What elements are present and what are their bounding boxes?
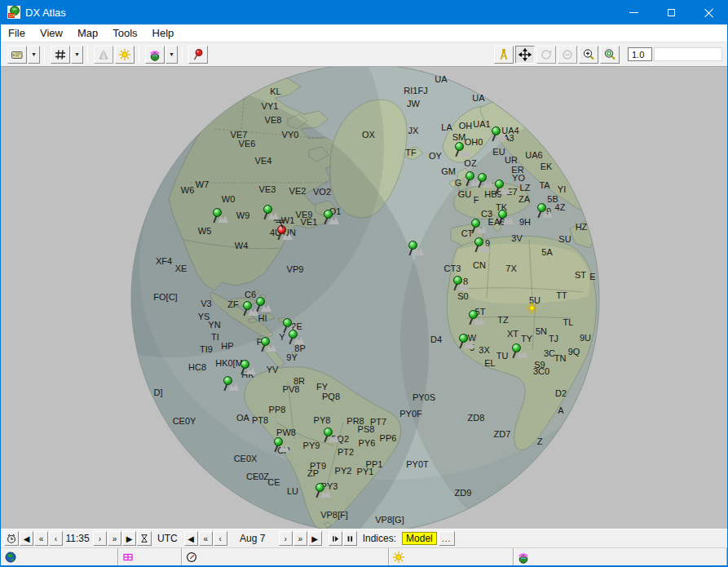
green-station-marker[interactable] xyxy=(288,330,307,348)
prefix-label: KL xyxy=(270,87,280,96)
earth-icon xyxy=(4,551,17,564)
prefix-label: 3C0 xyxy=(533,367,549,376)
menu-item-map[interactable]: Map xyxy=(70,24,105,42)
prefix-label: ZF xyxy=(227,300,238,309)
green-station-marker[interactable] xyxy=(494,179,514,197)
prefix-label: 9Q xyxy=(568,348,580,357)
menu-item-file[interactable]: File xyxy=(1,24,33,42)
pan-button[interactable] xyxy=(515,46,535,64)
prefix-label: 7X xyxy=(505,264,516,273)
green-station-marker[interactable] xyxy=(470,219,490,237)
green-station-marker[interactable] xyxy=(255,297,275,315)
nav-button[interactable]: ‹ xyxy=(49,531,63,546)
prefix-label: TT xyxy=(556,291,567,300)
green-station-marker[interactable] xyxy=(474,237,493,255)
menu-item-help[interactable]: Help xyxy=(145,24,182,42)
menu-bar: FileViewMapToolsHelp xyxy=(1,24,727,42)
window-title: DX Atlas xyxy=(25,7,66,19)
nav-button[interactable]: » xyxy=(293,531,307,546)
measure-button[interactable] xyxy=(494,46,514,64)
propagation-icon xyxy=(148,48,161,61)
green-station-marker[interactable] xyxy=(408,241,427,259)
prefix-label: VY1 xyxy=(262,102,279,111)
date-display: Aug 7 xyxy=(227,533,278,544)
status-panel-earth xyxy=(1,548,118,565)
pin-button[interactable] xyxy=(188,46,208,64)
menu-item-view[interactable]: View xyxy=(33,24,70,42)
green-station-marker[interactable] xyxy=(323,427,342,445)
prefix-label: TI xyxy=(211,333,219,342)
sun-position-marker xyxy=(526,302,538,317)
nav-button[interactable]: » xyxy=(108,531,121,546)
prefix-label: 3V xyxy=(511,234,522,243)
prefix-label: HC8 xyxy=(188,363,206,372)
zoom-in-icon xyxy=(582,48,595,61)
menu-item-tools[interactable]: Tools xyxy=(105,24,144,42)
prefix-label: 9H xyxy=(519,218,531,227)
prefix-labels-button-dropdown[interactable]: ▼ xyxy=(28,46,40,64)
step-forward-button[interactable] xyxy=(329,531,342,546)
nav-button[interactable]: › xyxy=(93,531,107,546)
nav-button[interactable]: ◀ xyxy=(184,531,198,546)
green-station-marker[interactable] xyxy=(452,276,472,294)
prefix-label: 9Y xyxy=(286,353,297,362)
grid-button-dropdown[interactable]: ▼ xyxy=(71,46,83,64)
prefix-label: YI xyxy=(558,185,566,194)
status-panel-clock xyxy=(182,548,389,565)
close-button[interactable] xyxy=(690,0,727,24)
prefix-labels-button[interactable] xyxy=(7,46,27,64)
nav-button[interactable]: « xyxy=(34,531,48,546)
prefix-label: CN xyxy=(473,261,486,270)
prefix-label: UA1 xyxy=(473,120,490,129)
maximize-button[interactable] xyxy=(652,0,690,24)
status-bar xyxy=(1,547,727,565)
zoom-in-button[interactable] xyxy=(579,46,598,64)
indices-more-button[interactable]: ... xyxy=(439,531,455,546)
green-station-marker[interactable] xyxy=(458,334,478,352)
prefix-label: PY0S xyxy=(413,393,435,402)
green-station-marker[interactable] xyxy=(454,142,474,160)
nav-button[interactable]: › xyxy=(279,531,293,546)
nav-button[interactable]: « xyxy=(199,531,213,546)
nav-button[interactable]: ▶ xyxy=(308,531,322,546)
green-station-marker[interactable] xyxy=(468,310,488,328)
nav-button[interactable]: ▶ xyxy=(122,531,136,546)
zoom-value-input[interactable]: 1.0 xyxy=(628,47,652,61)
prefix-label: TJ xyxy=(549,334,558,343)
sun-button[interactable] xyxy=(115,46,135,64)
grid-button[interactable] xyxy=(51,46,70,64)
zoom-out-button[interactable] xyxy=(600,46,620,64)
green-station-marker[interactable] xyxy=(497,210,517,228)
world-map[interactable]: KLVY1VE8VE7VE6VY0VE4OXRI1FJJWJXTFOYLAOHS… xyxy=(1,67,728,529)
prefix-label: JW xyxy=(407,100,420,109)
green-station-marker[interactable] xyxy=(536,203,556,221)
realtime-button[interactable] xyxy=(4,531,19,546)
green-station-marker[interactable] xyxy=(223,376,242,394)
prefix-label: W6 xyxy=(181,186,195,195)
prefix-label: PT8 xyxy=(252,416,268,425)
propagation-button[interactable] xyxy=(145,46,165,64)
prefix-label: RI1FJ xyxy=(404,86,427,95)
green-station-marker[interactable] xyxy=(212,208,232,226)
prefix-label: UA6 xyxy=(525,151,542,160)
prefix-label: OZ xyxy=(464,159,476,168)
indices-value[interactable]: Model xyxy=(402,532,437,545)
green-station-marker[interactable] xyxy=(511,343,531,361)
prefix-label: W9 xyxy=(236,211,250,220)
reset-time-button[interactable] xyxy=(137,531,152,546)
green-station-marker[interactable] xyxy=(240,360,259,378)
green-station-marker[interactable] xyxy=(260,337,280,355)
propagation-button-dropdown[interactable]: ▼ xyxy=(165,46,178,64)
minimize-button[interactable] xyxy=(615,0,652,24)
green-station-marker[interactable] xyxy=(323,210,342,228)
prefix-label: Z xyxy=(537,437,543,446)
pause-button[interactable] xyxy=(343,531,357,546)
green-station-marker[interactable] xyxy=(491,126,510,144)
green-station-marker[interactable] xyxy=(315,483,334,501)
nav-button[interactable]: ‹ xyxy=(214,531,227,546)
nav-button[interactable]: ◀ xyxy=(20,531,33,546)
zoom-slider[interactable] xyxy=(654,47,722,61)
green-station-marker[interactable] xyxy=(273,437,293,455)
prefix-label: VP8[G] xyxy=(375,516,404,525)
prefix-label: PP1 xyxy=(366,460,383,469)
